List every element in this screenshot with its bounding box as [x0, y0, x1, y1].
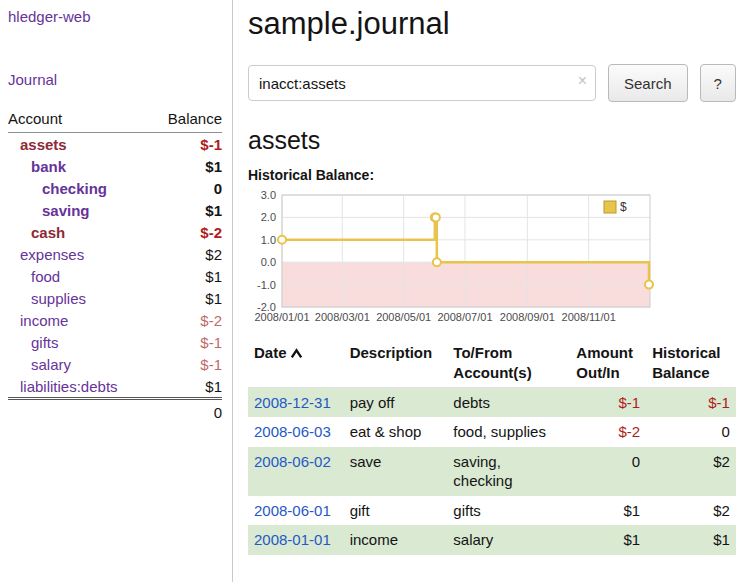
accounts-header: To/From Account(s) [447, 341, 570, 387]
account-link[interactable]: checking [42, 180, 107, 197]
clear-search-icon[interactable]: × [578, 72, 587, 90]
transaction-accounts: saving, checking [447, 447, 570, 496]
account-balance: $1 [151, 287, 222, 309]
account-name-cell: cash [8, 221, 151, 243]
transaction-row: 2008-06-03eat & shopfood, supplies$-20 [248, 417, 736, 447]
account-balance: 0 [151, 177, 222, 199]
transaction-balance: $2 [646, 496, 736, 526]
sort-by-date-header[interactable]: Date [248, 341, 344, 387]
account-row: cash$-2 [8, 221, 222, 243]
account-name-cell: income [8, 309, 151, 331]
amount-header: Amount Out/In [570, 341, 646, 387]
transaction-row: 2008-06-01giftgifts$1$2 [248, 496, 736, 526]
account-name-cell: supplies [8, 287, 151, 309]
app-title-link[interactable]: hledger-web [8, 8, 222, 25]
account-link[interactable]: gifts [31, 334, 59, 351]
transaction-amount: $-2 [570, 417, 646, 447]
transaction-balance: $1 [646, 525, 736, 555]
account-balance: $1 [151, 375, 222, 399]
account-name-cell: gifts [8, 331, 151, 353]
transaction-description: pay off [344, 387, 448, 417]
account-link[interactable]: cash [31, 224, 65, 241]
account-link[interactable]: salary [31, 356, 71, 373]
account-row: checking0 [8, 177, 222, 199]
x-axis-tick-label: 2008/03/01 [315, 311, 370, 323]
search-input[interactable] [248, 65, 596, 101]
transaction-date-link[interactable]: 2008-06-01 [254, 502, 331, 519]
account-row: assets$-1 [8, 133, 222, 156]
transaction-row: 2008-12-31pay offdebts$-1$-1 [248, 387, 736, 417]
account-name-cell: salary [8, 353, 151, 375]
sidebar-item-journal[interactable]: Journal [8, 71, 222, 88]
account-balance: $1 [151, 199, 222, 221]
account-link[interactable]: assets [20, 136, 67, 153]
account-link[interactable]: expenses [20, 246, 84, 263]
account-row: supplies$1 [8, 287, 222, 309]
account-link[interactable]: food [31, 268, 60, 285]
x-axis-tick-label: 2008/11/01 [562, 311, 616, 323]
transaction-date-link[interactable]: 2008-06-03 [254, 423, 331, 440]
chart-title: Historical Balance: [248, 167, 736, 183]
transactions-table: Date Description To/From Account(s) Amou… [248, 341, 736, 555]
account-row: food$1 [8, 265, 222, 287]
transaction-date-cell: 2008-12-31 [248, 387, 344, 417]
account-balance: $-2 [151, 221, 222, 243]
y-axis-tick-label: 1.0 [261, 234, 276, 246]
transaction-accounts: salary [447, 525, 570, 555]
historical-balance-chart: 3.02.01.00.0-1.0-2.02008/01/012008/03/01… [248, 189, 736, 325]
y-axis-tick-label: 0.0 [261, 256, 276, 268]
transaction-date-cell: 2008-06-01 [248, 496, 344, 526]
y-axis-tick-label: 2.0 [261, 211, 276, 223]
transaction-accounts: gifts [447, 496, 570, 526]
account-name-cell: bank [8, 155, 151, 177]
chart-legend-swatch [604, 201, 616, 213]
account-link[interactable]: saving [42, 202, 90, 219]
transaction-amount: $1 [570, 496, 646, 526]
transactions-header-row: Date Description To/From Account(s) Amou… [248, 341, 736, 387]
help-button[interactable]: ? [700, 64, 736, 102]
accounts-table: Account Balance assets$-1bank$1checking0… [8, 108, 222, 424]
search-button[interactable]: Search [608, 64, 688, 102]
account-link[interactable]: liabilities:debts [20, 378, 118, 395]
chart-point [278, 236, 286, 244]
chart-legend-label: $ [620, 200, 627, 214]
account-row: bank$1 [8, 155, 222, 177]
transaction-balance: 0 [646, 417, 736, 447]
account-name-cell: assets [8, 133, 151, 156]
transaction-date-link[interactable]: 2008-06-02 [254, 453, 331, 470]
account-link[interactable]: supplies [31, 290, 86, 307]
account-row: gifts$-1 [8, 331, 222, 353]
account-balance: $1 [151, 265, 222, 287]
transaction-amount: $-1 [570, 387, 646, 417]
main-content: sample.journal × Search ? assets Histori… [233, 0, 742, 582]
transaction-accounts: debts [447, 387, 570, 417]
account-row: salary$-1 [8, 353, 222, 375]
accounts-total-row: 0 [8, 399, 222, 424]
transaction-description: gift [344, 496, 448, 526]
account-link[interactable]: bank [31, 158, 66, 175]
transaction-balance: $2 [646, 447, 736, 496]
account-name-cell: checking [8, 177, 151, 199]
transaction-date-cell: 2008-01-01 [248, 525, 344, 555]
page-title: sample.journal [248, 6, 736, 42]
transaction-date-cell: 2008-06-03 [248, 417, 344, 447]
account-column-header: Account [8, 108, 151, 133]
total-balance: 0 [151, 399, 222, 424]
date-header-label: Date [254, 344, 287, 361]
x-axis-tick-label: 2008/07/01 [437, 311, 492, 323]
transaction-amount: 0 [570, 447, 646, 496]
y-axis-tick-label: -1.0 [257, 279, 276, 291]
x-axis-tick-label: 2008/01/01 [254, 311, 309, 323]
y-axis-tick-label: 3.0 [261, 189, 276, 201]
transaction-description: eat & shop [344, 417, 448, 447]
transaction-date-link[interactable]: 2008-12-31 [254, 394, 331, 411]
account-name-cell: expenses [8, 243, 151, 265]
account-balance: $-1 [151, 353, 222, 375]
transaction-date-link[interactable]: 2008-01-01 [254, 531, 331, 548]
account-link[interactable]: income [20, 312, 68, 329]
chart-point [433, 258, 441, 266]
search-bar: × Search ? [248, 64, 736, 102]
account-heading: assets [248, 126, 736, 155]
sidebar: hledger-web Journal Account Balance asse… [0, 0, 233, 582]
account-balance: $-1 [151, 331, 222, 353]
